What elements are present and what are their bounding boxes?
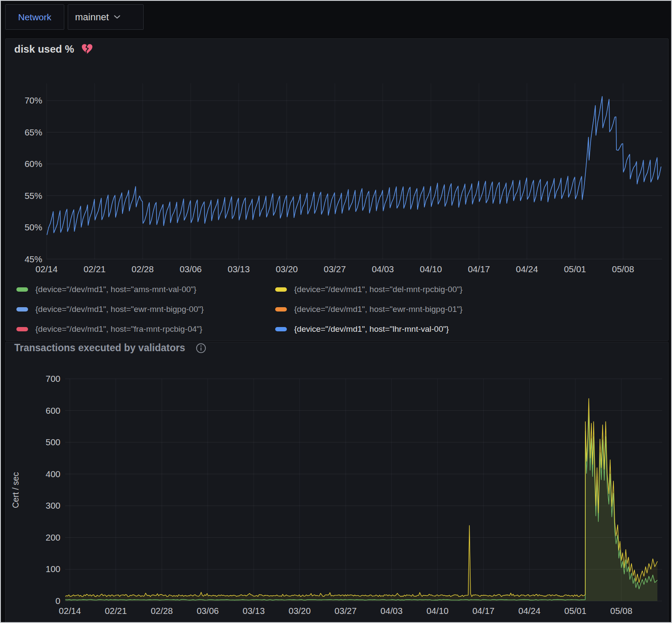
legend-item-label: {device="/dev/md1", host="ewr-mnt-bigpg-… (294, 305, 462, 314)
y-axis-tick-label: 70% (25, 95, 42, 105)
legend-item-label: {device="/dev/md1", host="ams-mnt-val-00… (35, 285, 196, 294)
x-axis-tick-label: 03/20 (276, 264, 298, 274)
chart-grid (65, 379, 662, 601)
x-axis-tick-label: 05/01 (564, 264, 586, 274)
series-line-yellow-series (65, 399, 657, 597)
x-axis-tick-label: 03/06 (197, 606, 219, 616)
chart-grid (47, 83, 662, 259)
network-variable-dropdown[interactable]: mainnet (68, 4, 144, 30)
legend-item-fra-mnt-rpcbig-04[interactable]: {device="/dev/md1", host="fra-mnt-rpcbig… (16, 319, 275, 339)
legend-swatch-icon (275, 307, 287, 312)
x-axis-tick-label: 02/28 (132, 264, 154, 274)
x-axis-tick-label: 02/21 (84, 264, 106, 274)
legend-item-label: {device="/dev/md1", host="ewr-mnt-bigpg-… (35, 305, 204, 314)
legend-swatch-icon (16, 307, 28, 312)
legend-item-ams-mnt-val-00[interactable]: {device="/dev/md1", host="ams-mnt-val-00… (16, 280, 275, 299)
x-axis-tick-label: 03/27 (324, 264, 346, 274)
legend-item-ewr-mnt-bigpg-01[interactable]: {device="/dev/md1", host="ewr-mnt-bigpg-… (275, 299, 655, 319)
y-axis-tick-label: 45% (25, 254, 42, 264)
x-axis-tick-label: 03/06 (179, 264, 201, 274)
legend: {device="/dev/md1", host="ams-mnt-val-00… (16, 280, 655, 339)
y-axis-tick-label: 100 (46, 564, 60, 574)
x-axis-tick-label: 05/01 (564, 606, 586, 616)
legend-swatch-icon (275, 327, 287, 331)
legend-item-label: {device="/dev/md1", host="lhr-mnt-val-00… (294, 324, 449, 334)
x-axis-tick-label: 04/10 (420, 264, 442, 274)
x-axis-tick-label: 02/14 (35, 264, 57, 274)
y-axis-tick-label: 400 (46, 469, 60, 479)
x-axis-tick-label: 05/08 (612, 264, 634, 274)
x-axis-tick-label: 02/28 (151, 606, 173, 616)
x-axis-tick-label: 05/08 (610, 606, 632, 616)
y-axis-tick-label: 600 (46, 406, 60, 415)
legend-item-lhr-mnt-val-00[interactable]: {device="/dev/md1", host="lhr-mnt-val-00… (275, 319, 655, 339)
x-axis-tick-label: 02/21 (105, 606, 127, 616)
legend-swatch-icon (16, 287, 28, 292)
network-variable-label: Network (5, 4, 64, 30)
x-axis-tick-label: 02/14 (59, 606, 81, 616)
panel-transactions: Transactions executed by validators 0100… (5, 342, 669, 623)
series-line-lhr-mnt-val-00 (47, 97, 661, 235)
x-axis-tick-label: 03/13 (228, 264, 250, 274)
x-axis-tick-label: 04/03 (380, 606, 402, 616)
x-axis-tick-label: 04/24 (518, 606, 540, 616)
network-variable-value: mainnet (75, 12, 109, 23)
legend-item-label: {device="/dev/md1", host="fra-mnt-rpcbig… (35, 324, 202, 334)
y-axis-tick-label: 700 (46, 374, 60, 384)
x-axis-tick-label: 03/20 (289, 606, 311, 616)
legend-swatch-icon (275, 287, 287, 292)
series-fill-yellow-series (65, 399, 657, 601)
legend-swatch-icon (16, 327, 28, 331)
y-axis-tick-label: 300 (46, 500, 60, 510)
transactions-chart[interactable]: 010020030040050060070002/1402/2102/2803/… (6, 342, 668, 623)
grafana-dashboard: Network mainnet disk used % 45%50%55%60%… (1, 1, 671, 622)
x-axis-tick-label: 04/24 (516, 264, 538, 274)
series-fill-green-series (65, 411, 657, 601)
x-axis-tick-label: 04/10 (427, 606, 449, 616)
y-axis-tick-label: 55% (25, 191, 42, 201)
legend-item-ewr-mnt-bigpg-00[interactable]: {device="/dev/md1", host="ewr-mnt-bigpg-… (16, 299, 275, 319)
y-axis-title: Cert / sec (11, 472, 20, 508)
y-axis-tick-label: 500 (46, 437, 60, 447)
legend-item-label: {device="/dev/md1", host="del-mnt-rpcbig… (294, 285, 462, 294)
network-label-text: Network (18, 12, 51, 22)
disk-used-chart[interactable]: 45%50%55%60%65%70%02/1402/2102/2803/0603… (6, 39, 668, 279)
x-axis-tick-label: 03/27 (335, 606, 357, 616)
x-axis-tick-label: 04/17 (468, 264, 490, 274)
chevron-down-icon (114, 15, 120, 19)
x-axis-tick-label: 04/03 (372, 264, 394, 274)
y-axis-tick-label: 0 (56, 596, 60, 606)
y-axis-tick-label: 50% (25, 222, 42, 232)
y-axis-tick-label: 60% (25, 159, 42, 169)
y-axis-tick-label: 65% (25, 127, 42, 137)
x-axis-tick-label: 04/17 (472, 606, 494, 616)
y-axis-tick-label: 200 (46, 532, 60, 542)
x-axis-tick-label: 03/13 (243, 606, 265, 616)
panel-disk-used: disk used % 45%50%55%60%65%70%02/1402/21… (5, 38, 669, 341)
legend-item-del-mnt-rpcbig-00[interactable]: {device="/dev/md1", host="del-mnt-rpcbig… (275, 280, 655, 299)
